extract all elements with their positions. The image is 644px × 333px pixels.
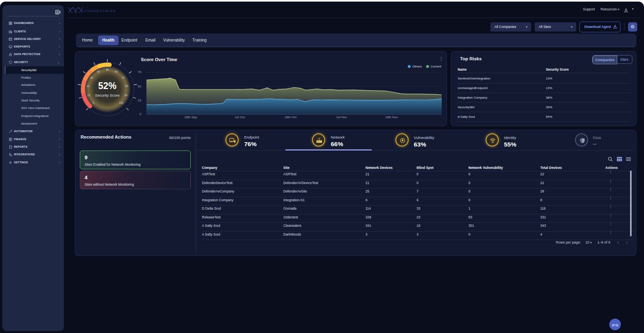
svg-text:30: 30 bbox=[90, 76, 93, 79]
svg-text:70: 70 bbox=[122, 76, 125, 79]
svg-text:20: 20 bbox=[87, 85, 90, 87]
svg-text:50: 50 bbox=[106, 68, 109, 71]
svg-text:52%: 52% bbox=[98, 81, 117, 91]
svg-text:90: 90 bbox=[124, 94, 128, 97]
svg-text:100: 100 bbox=[119, 101, 123, 104]
svg-text:40: 40 bbox=[97, 70, 100, 73]
svg-text:60: 60 bbox=[115, 70, 118, 73]
svg-text:80: 80 bbox=[125, 85, 128, 87]
svg-text:Security Score: Security Score bbox=[95, 93, 120, 97]
svg-text:10: 10 bbox=[87, 94, 91, 97]
svg-text:0: 0 bbox=[93, 101, 95, 104]
